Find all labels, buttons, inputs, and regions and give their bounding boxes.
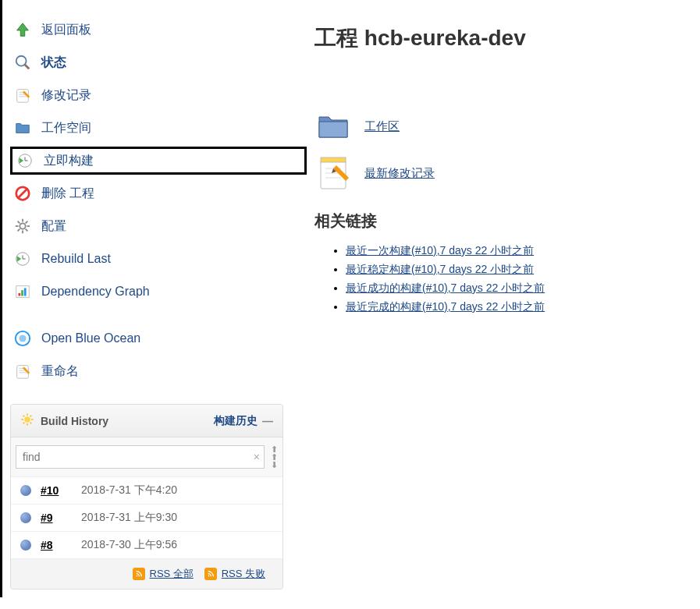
nav-label: 工作空间 [41, 120, 91, 136]
nav-label: 状态 [41, 55, 66, 71]
nav-rename[interactable]: 重命名 [10, 357, 307, 385]
workspace-link[interactable]: 工作区 [364, 119, 400, 134]
nav-label: Dependency Graph [41, 285, 150, 299]
svg-line-41 [30, 416, 32, 417]
build-number-link[interactable]: #8 [41, 539, 72, 551]
notepad-icon [13, 362, 32, 381]
notepad-icon [314, 154, 352, 192]
nav-changes[interactable]: 修改记录 [10, 81, 307, 109]
status-ball-icon [20, 540, 31, 551]
build-date: 2018-7-31 下午4:20 [81, 483, 177, 497]
build-number-link[interactable]: #10 [41, 484, 72, 497]
nav-label: 返回面板 [41, 22, 91, 38]
build-row[interactable]: #10 2018-7-31 下午4:20 [11, 476, 282, 504]
related-link[interactable]: 最近稳定构建(#10),7 days 22 小时之前 [346, 263, 534, 275]
svg-point-43 [208, 575, 209, 577]
folder-icon [314, 108, 352, 145]
nav-label: 立即构建 [44, 153, 94, 169]
nav-delete-project[interactable]: 删除 工程 [10, 179, 307, 207]
nav-label: 修改记录 [41, 87, 91, 104]
svg-point-28 [19, 335, 26, 342]
main-content: 工程 hcb-eureka-dev 工作区 最新修改记录 相关链接 最近一次构建… [314, 0, 700, 597]
svg-point-0 [16, 56, 27, 66]
nav-status[interactable]: 状态 [10, 48, 307, 76]
svg-line-10 [19, 189, 27, 198]
blue-circle-icon [13, 329, 32, 348]
changes-link-row: 最新修改记录 [314, 154, 684, 192]
svg-rect-26 [24, 288, 27, 296]
nav-open-blue-ocean[interactable]: Open Blue Ocean [10, 324, 307, 352]
related-links-title: 相关链接 [314, 211, 684, 232]
build-history-title: Build History [41, 415, 108, 427]
related-link[interactable]: 最近成功的构建(#10),7 days 22 小时之前 [346, 281, 545, 294]
nav-build-now[interactable]: 立即构建 [10, 147, 307, 175]
svg-point-33 [24, 416, 30, 423]
build-history-header: Build History 构建历史 — [11, 405, 282, 437]
build-history-subtitle[interactable]: 构建历史 [214, 414, 258, 428]
svg-point-42 [136, 575, 137, 577]
graph-icon [13, 282, 32, 301]
clear-search-icon[interactable]: × [254, 451, 260, 463]
svg-line-17 [26, 229, 28, 232]
svg-rect-25 [21, 290, 23, 296]
svg-line-39 [30, 423, 32, 424]
nav-label: 配置 [41, 218, 66, 235]
folder-icon [13, 119, 32, 137]
svg-line-40 [23, 423, 25, 424]
build-date: 2018-7-31 上午9:30 [81, 511, 177, 525]
gear-icon [13, 217, 32, 235]
related-link[interactable]: 最近一次构建(#10),7 days 22 小时之前 [346, 244, 534, 257]
svg-rect-24 [19, 293, 21, 296]
svg-line-18 [18, 229, 20, 232]
forbidden-icon [13, 184, 32, 203]
collapse-icon[interactable]: — [262, 415, 273, 427]
rss-icon [204, 568, 217, 580]
build-row[interactable]: #8 2018-7-30 上午9:56 [11, 531, 282, 558]
svg-line-16 [18, 221, 20, 224]
related-link[interactable]: 最近完成的构建(#10),7 days 22 小时之前 [346, 300, 545, 313]
changes-link[interactable]: 最新修改记录 [364, 166, 435, 181]
nav-back-to-dashboard[interactable]: 返回面板 [10, 16, 307, 44]
nav-rebuild-last[interactable]: Rebuild Last [10, 245, 307, 273]
build-history-panel: Build History 构建历史 — × ⬆ ⬆ ⬇ #10 2018-7-… [10, 404, 283, 590]
nav-label: 删除 工程 [41, 186, 94, 202]
svg-line-38 [23, 416, 25, 417]
nav-workspace[interactable]: 工作空间 [10, 114, 307, 142]
page-title: 工程 hcb-eureka-dev [314, 23, 684, 53]
svg-line-1 [25, 65, 30, 69]
notepad-icon [13, 86, 32, 104]
status-ball-icon [20, 512, 31, 523]
rss-icon [133, 568, 145, 580]
clock-play-icon [13, 250, 32, 268]
nav-label: 重命名 [41, 363, 79, 380]
workspace-link-row: 工作区 [314, 108, 684, 145]
status-ball-icon [20, 485, 31, 496]
nav-dependency-graph[interactable]: Dependency Graph [10, 278, 307, 306]
build-history-footer: RSS 全部 RSS 失败 [11, 558, 282, 589]
build-row[interactable]: #9 2018-7-31 上午9:30 [11, 504, 282, 531]
sun-icon [20, 412, 34, 429]
related-links-list: 最近一次构建(#10),7 days 22 小时之前 最近稳定构建(#10),7… [314, 244, 684, 314]
nav-configure[interactable]: 配置 [10, 212, 307, 240]
svg-rect-45 [321, 158, 346, 162]
sidebar: 返回面板 状态 修改记录 工作空间 立即构建 删除 工程 配置 [2, 0, 314, 597]
up-arrow-icon [13, 20, 32, 39]
search-icon [13, 53, 32, 72]
svg-line-19 [26, 221, 28, 224]
clock-play-icon [16, 151, 34, 170]
nav-label: Open Blue Ocean [41, 331, 140, 345]
build-history-search-input[interactable] [16, 445, 265, 469]
svg-point-11 [20, 223, 25, 228]
build-number-link[interactable]: #9 [41, 512, 72, 524]
scroll-down-icon[interactable]: ⬇ [271, 461, 278, 469]
rss-all-link[interactable]: RSS 全部 [150, 568, 194, 579]
nav-label: Rebuild Last [41, 252, 111, 266]
build-date: 2018-7-30 上午9:56 [81, 538, 177, 552]
rss-fail-link[interactable]: RSS 失败 [222, 568, 265, 579]
scroll-arrows: ⬆ ⬆ ⬇ [271, 445, 278, 469]
